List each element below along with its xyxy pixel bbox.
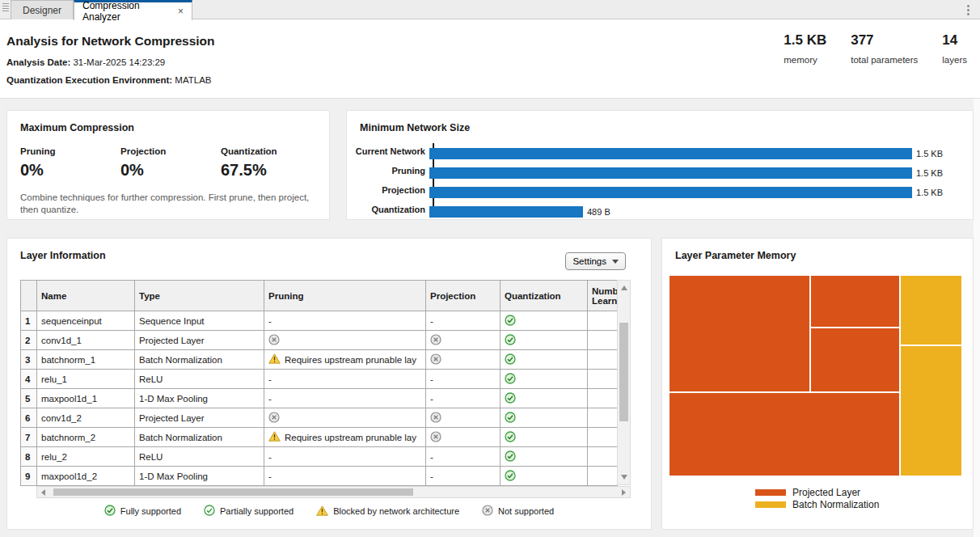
scroll-down-icon[interactable] <box>621 475 627 480</box>
support-status-legend: Fully supportedPartially supportedBlocke… <box>7 505 651 518</box>
tab-designer[interactable]: Designer <box>11 0 74 19</box>
stat-layers-value: 14 <box>942 32 967 49</box>
col-learnables-line1: Numb <box>592 286 618 296</box>
environment-line: Quantization Execution Environment: MATL… <box>6 75 211 85</box>
settings-button[interactable]: Settings <box>565 252 626 270</box>
stat-memory-value: 1.5 KB <box>784 32 826 49</box>
check-filled-icon <box>505 353 516 366</box>
stat-total-parameters-label: total parameters <box>851 55 918 65</box>
table-row[interactable]: 8relu_2ReLU-- <box>21 447 618 467</box>
metric-quantization-label: Quantization <box>221 146 318 156</box>
table-row[interactable]: 9maxpool1d_21-D Max Pooling-- <box>21 467 618 486</box>
table-header-row: Name Type Pruning Projection Quantizatio… <box>21 281 618 311</box>
bar-value-label: 1.5 KB <box>916 188 943 197</box>
col-pruning[interactable]: Pruning <box>264 281 426 311</box>
bar-value-label: 1.5 KB <box>916 149 943 159</box>
kebab-menu-icon[interactable] <box>962 2 974 17</box>
table-row[interactable]: 2conv1d_1Projected Layer <box>21 331 618 350</box>
table-row[interactable]: 7batchnorm_2Batch NormalizationRequires … <box>21 428 618 447</box>
col-name[interactable]: Name <box>37 281 135 311</box>
cell-type: Batch Normalization <box>135 350 264 370</box>
panel-maximum-compression: Maximum Compression Pruning 0% Projectio… <box>6 110 330 220</box>
bar-category-label: Projection <box>347 185 429 195</box>
metric-pruning-value: 0% <box>20 161 117 180</box>
scroll-up-icon[interactable] <box>621 285 627 290</box>
cell-name: batchnorm_1 <box>37 350 135 370</box>
cell-text: - <box>268 471 272 481</box>
legend-label: Projected Layer <box>792 487 860 498</box>
check-filled-icon <box>505 334 516 347</box>
check-filled-icon <box>505 470 516 483</box>
cell-learnables <box>588 467 618 486</box>
environment-label: Quantization Execution Environment: <box>6 75 172 85</box>
layer-table: Name Type Pruning Projection Quantizatio… <box>20 280 618 486</box>
cell-text: - <box>430 471 433 481</box>
cell-pruning: - <box>264 447 426 467</box>
table-row[interactable]: 3batchnorm_1Batch NormalizationRequires … <box>21 350 618 370</box>
combine-techniques-note: Combine techniques for further compressi… <box>20 192 316 216</box>
cell-rownum: 4 <box>21 370 37 389</box>
cell-projection <box>426 331 501 350</box>
treemap-rect-batch-normalization <box>901 346 961 476</box>
vertical-scroll-thumb[interactable] <box>619 323 628 421</box>
tab-designer-label: Designer <box>23 5 61 16</box>
cell-text: Requires upstream prunable lay <box>285 355 416 365</box>
cell-learnables <box>588 408 618 428</box>
cell-name: conv1d_2 <box>37 408 135 428</box>
cell-type: Projected Layer <box>135 331 264 350</box>
cell-learnables <box>588 311 618 331</box>
summary-stats: 1.5 KB memory 377 total parameters 14 la… <box>784 32 967 65</box>
close-icon[interactable]: × <box>178 6 184 16</box>
layer-parameter-memory-title: Layer Parameter Memory <box>675 250 796 261</box>
metric-projection: Projection 0% <box>120 146 218 180</box>
bar <box>429 187 912 198</box>
panel-layer-information: Layer Information Settings Name Type Pru… <box>6 238 652 530</box>
cell-rownum: 9 <box>21 467 37 486</box>
cell-projection: - <box>426 370 501 389</box>
tab-compression-analyzer[interactable]: Compression Analyzer × <box>74 0 192 20</box>
cell-learnables <box>588 350 618 370</box>
table-horizontal-scrollbar[interactable] <box>36 486 631 498</box>
grip-icon[interactable] <box>2 3 9 15</box>
treemap-rect-projected-layer <box>670 393 899 476</box>
cell-pruning: Requires upstream prunable lay <box>264 350 426 370</box>
col-quantization[interactable]: Quantization <box>501 281 588 311</box>
scroll-right-icon[interactable] <box>622 489 626 496</box>
check-filled-icon <box>505 450 516 463</box>
metric-pruning-label: Pruning <box>20 146 117 156</box>
layer-information-title: Layer Information <box>20 250 106 261</box>
scroll-left-icon[interactable] <box>41 489 45 496</box>
cell-text: - <box>268 394 272 404</box>
bar-track: 1.5 KB <box>429 165 974 176</box>
cell-quantization <box>501 370 588 389</box>
bar-row: Quantization489 B <box>347 200 974 219</box>
cell-type: ReLU <box>135 447 264 467</box>
table-row[interactable]: 1sequenceinputSequence Input-- <box>21 311 618 331</box>
table-row[interactable]: 4relu_1ReLU-- <box>21 370 618 389</box>
bar-track: 489 B <box>429 204 974 215</box>
col-projection[interactable]: Projection <box>426 281 501 311</box>
page-scrollbar-track[interactable] <box>974 99 980 537</box>
bar-category-label: Current Network <box>347 146 429 156</box>
table-row[interactable]: 5maxpool1d_11-D Max Pooling-- <box>21 389 618 408</box>
cell-text: - <box>430 452 433 462</box>
warning-icon <box>268 431 281 443</box>
bar-category-label: Quantization <box>347 205 429 214</box>
legend-item: Blocked by network architecture <box>316 505 459 518</box>
legend-item: Fully supported <box>104 505 181 518</box>
treemap-legend-row: Projected Layer <box>755 486 879 498</box>
horizontal-scroll-thumb[interactable] <box>53 488 413 496</box>
table-vertical-scrollbar[interactable] <box>617 280 631 485</box>
environment-value: MATLAB <box>175 75 211 85</box>
cell-pruning: - <box>264 311 426 331</box>
table-row[interactable]: 6conv1d_2Projected Layer <box>21 408 618 428</box>
not-supported-icon <box>268 334 280 347</box>
cell-text: - <box>268 374 272 384</box>
bar-category-label: Pruning <box>347 166 429 175</box>
treemap-rect-projected-layer <box>811 276 899 327</box>
col-type[interactable]: Type <box>135 281 264 311</box>
cell-projection: - <box>426 389 501 408</box>
col-learnables[interactable]: Numb Learna <box>588 281 618 311</box>
cell-learnables <box>588 370 618 389</box>
panel-layer-parameter-memory: Layer Parameter Memory Projected LayerBa… <box>661 238 974 530</box>
